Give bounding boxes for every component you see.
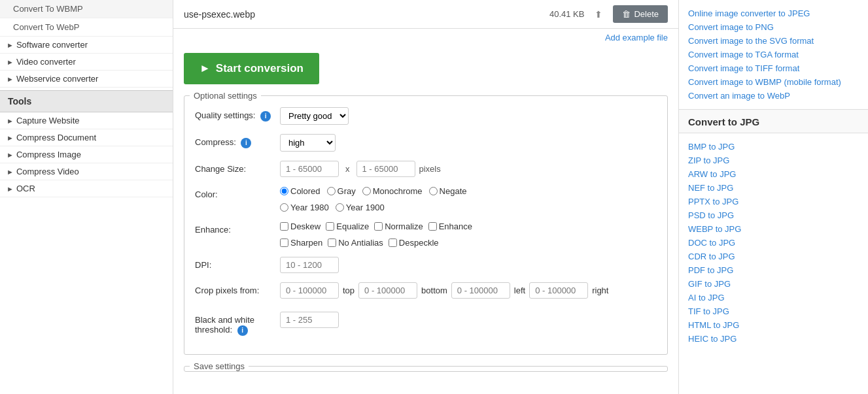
right-link-psd-jpg[interactable]: PSD to JPG bbox=[688, 208, 859, 222]
right-link-webp[interactable]: Convert an image to WebP bbox=[688, 89, 859, 103]
sidebar-item-compress-video[interactable]: ► Compress Video bbox=[0, 163, 173, 180]
right-link-svg[interactable]: Convert image to the SVG format bbox=[688, 34, 859, 48]
quality-info-icon[interactable]: i bbox=[260, 111, 271, 122]
change-size-control: x pixels bbox=[280, 161, 657, 177]
enhance-label: Enhance: bbox=[195, 222, 280, 235]
right-link-arw-jpg[interactable]: ARW to JPG bbox=[688, 167, 859, 181]
trash-icon: 🗑 bbox=[622, 9, 631, 19]
pixels-label: pixels bbox=[419, 164, 441, 174]
right-link-png[interactable]: Convert image to PNG bbox=[688, 20, 859, 34]
change-size-row: Change Size: x pixels bbox=[195, 161, 657, 177]
save-settings-legend: Save settings bbox=[190, 361, 249, 371]
right-link-webp-jpg[interactable]: WEBP to JPG bbox=[688, 222, 859, 236]
sidebar-item-convert-webp[interactable]: Convert To WebP bbox=[0, 18, 173, 37]
color-option-year1900[interactable]: Year 1900 bbox=[336, 203, 385, 212]
convert-to-jpg-header: Convert to JPG bbox=[679, 109, 868, 133]
crop-bottom-input[interactable] bbox=[358, 282, 417, 299]
compress-info-icon[interactable]: i bbox=[241, 138, 251, 148]
right-link-zip-jpg[interactable]: ZIP to JPG bbox=[688, 154, 859, 167]
right-link-pdf-jpg[interactable]: PDF to JPG bbox=[688, 263, 859, 277]
right-link-gif-jpg[interactable]: GIF to JPG bbox=[688, 277, 859, 291]
color-option-gray[interactable]: Gray bbox=[327, 186, 356, 196]
color-row: Color: Colored Gray Monochrome bbox=[195, 186, 657, 212]
enhance-deskew[interactable]: Deskew bbox=[280, 222, 321, 231]
enhance-no-antialias[interactable]: No Antialias bbox=[328, 238, 383, 248]
right-link-tiff[interactable]: Convert image to TIFF format bbox=[688, 61, 859, 75]
sidebar-item-convert-wbmp[interactable]: Convert To WBMP bbox=[0, 0, 173, 18]
compress-control: high low medium none bbox=[280, 134, 657, 152]
arrow-icon: ► bbox=[7, 185, 14, 193]
sidebar-item-webservice-converter[interactable]: ► Webservice converter bbox=[0, 71, 173, 88]
bw-control bbox=[280, 312, 657, 328]
add-example-area: Add example file bbox=[173, 29, 678, 46]
sidebar-item-capture-website[interactable]: ► Capture Website bbox=[0, 112, 173, 129]
quality-control: Pretty good Low Medium High Best bbox=[280, 107, 657, 125]
arrow-icon: ► bbox=[7, 168, 14, 176]
quality-select[interactable]: Pretty good Low Medium High Best bbox=[280, 107, 349, 125]
enhance-row: Enhance: Deskew Equalize Normalize bbox=[195, 222, 657, 248]
right-link-cdr-jpg[interactable]: CDR to JPG bbox=[688, 250, 859, 263]
enhance-equalize[interactable]: Equalize bbox=[326, 222, 369, 231]
right-sidebar: Online image converter to JPEG Convert i… bbox=[678, 0, 868, 394]
arrow-icon: ► bbox=[7, 151, 14, 159]
start-conversion-button[interactable]: ► Start conversion bbox=[184, 53, 319, 84]
delete-button[interactable]: 🗑 Delete bbox=[613, 5, 668, 23]
crop-top-input[interactable] bbox=[280, 282, 339, 299]
sidebar-item-compress-image[interactable]: ► Compress Image bbox=[0, 146, 173, 163]
right-link-pptx-jpg[interactable]: PPTX to JPG bbox=[688, 195, 859, 208]
enhance-normalize[interactable]: Normalize bbox=[374, 222, 423, 231]
right-link-heic-jpg[interactable]: HEIC to JPG bbox=[688, 332, 859, 346]
right-link-jpeg[interactable]: Online image converter to JPEG bbox=[688, 7, 859, 20]
right-link-tif-jpg[interactable]: TIF to JPG bbox=[688, 304, 859, 318]
sidebar-item-video-converter[interactable]: ► Video converter bbox=[0, 54, 173, 71]
crop-bottom-label: bottom bbox=[421, 286, 447, 295]
bw-row: Black and white threshold: i bbox=[195, 312, 657, 336]
x-separator: x bbox=[343, 164, 353, 174]
color-control: Colored Gray Monochrome Negate bbox=[280, 186, 657, 212]
enhance-control: Deskew Equalize Normalize Enhance bbox=[280, 222, 657, 248]
right-link-wbmp[interactable]: Convert image to WBMP (mobile format) bbox=[688, 75, 859, 89]
add-example-link[interactable]: Add example file bbox=[605, 33, 668, 42]
file-name: use-psexec.webp bbox=[184, 9, 539, 20]
right-link-bmp-jpg[interactable]: BMP to JPG bbox=[688, 140, 859, 154]
crop-left-input[interactable] bbox=[451, 282, 510, 299]
dpi-label: DPI: bbox=[195, 257, 280, 270]
arrow-icon: ► bbox=[7, 134, 14, 142]
optional-settings: Optional settings Quality settings: i Pr… bbox=[184, 91, 668, 355]
compress-label: Compress: i bbox=[195, 134, 280, 148]
right-link-tga[interactable]: Convert image to TGA format bbox=[688, 48, 859, 61]
enhance-despeckle[interactable]: Despeckle bbox=[389, 238, 439, 248]
sidebar-item-compress-document[interactable]: ► Compress Document bbox=[0, 129, 173, 146]
sidebar-item-software-converter[interactable]: ► Software converter bbox=[0, 37, 173, 54]
dpi-input[interactable] bbox=[280, 257, 339, 273]
bw-threshold-input[interactable] bbox=[280, 312, 339, 328]
size-width-input[interactable] bbox=[280, 161, 339, 177]
arrow-icon: ► bbox=[7, 41, 14, 49]
right-link-doc-jpg[interactable]: DOC to JPG bbox=[688, 236, 859, 250]
crop-top-label: top bbox=[343, 286, 355, 295]
sidebar-item-ocr[interactable]: ► OCR bbox=[0, 180, 173, 197]
bw-info-icon[interactable]: i bbox=[237, 325, 248, 336]
upload-icon: ⬆ bbox=[595, 9, 602, 20]
color-label: Color: bbox=[195, 186, 280, 199]
enhance-sharpen[interactable]: Sharpen bbox=[280, 238, 322, 248]
color-option-year1980[interactable]: Year 1980 bbox=[280, 203, 329, 212]
right-link-nef-jpg[interactable]: NEF to JPG bbox=[688, 181, 859, 195]
crop-right-input[interactable] bbox=[529, 282, 588, 299]
right-link-html-jpg[interactable]: HTML to JPG bbox=[688, 318, 859, 332]
crop-right-label: right bbox=[592, 286, 608, 295]
enhance-enhance[interactable]: Enhance bbox=[428, 222, 472, 231]
crop-control: top bottom left right bbox=[280, 282, 657, 303]
color-option-monochrome[interactable]: Monochrome bbox=[362, 186, 423, 196]
quality-row: Quality settings: i Pretty good Low Medi… bbox=[195, 107, 657, 125]
size-height-input[interactable] bbox=[356, 161, 415, 177]
left-sidebar: Convert To WBMP Convert To WebP ► Softwa… bbox=[0, 0, 173, 394]
crop-left-label: left bbox=[514, 286, 525, 295]
color-option-negate[interactable]: Negate bbox=[429, 186, 467, 196]
crop-label: Crop pixels from: bbox=[195, 282, 280, 295]
right-link-ai-jpg[interactable]: AI to JPG bbox=[688, 291, 859, 304]
color-option-colored[interactable]: Colored bbox=[280, 186, 321, 196]
dpi-control bbox=[280, 257, 657, 273]
compress-select[interactable]: high low medium none bbox=[280, 134, 336, 152]
convert-links-section: BMP to JPG ZIP to JPG ARW to JPG NEF to … bbox=[679, 133, 868, 352]
